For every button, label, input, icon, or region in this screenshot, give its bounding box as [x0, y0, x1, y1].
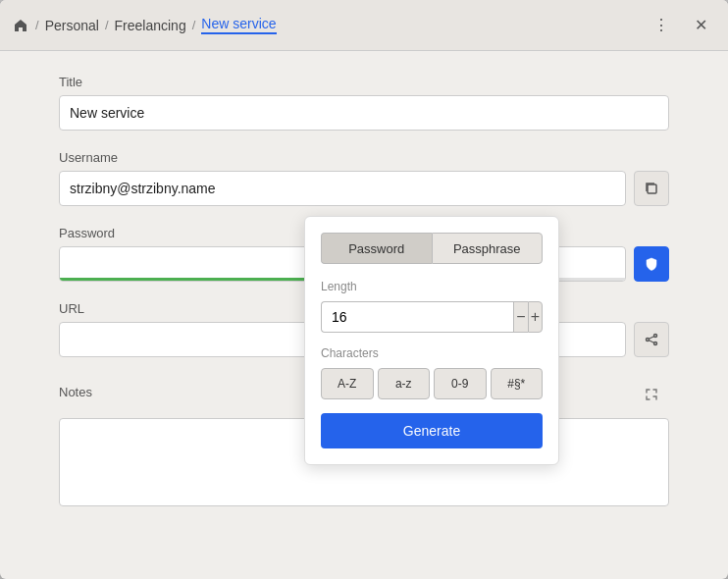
svg-point-1 — [654, 335, 657, 338]
length-control: − + — [321, 301, 543, 333]
generate-button[interactable]: Generate — [321, 413, 543, 448]
svg-point-3 — [654, 342, 657, 345]
username-field-group: Username — [59, 150, 669, 206]
char-uppercase-button[interactable]: A-Z — [321, 368, 374, 399]
char-lowercase-button[interactable]: a-z — [378, 368, 431, 399]
title-field-group: Title — [59, 75, 669, 131]
titlebar-actions: ⋮ ✕ — [646, 10, 716, 41]
title-input[interactable] — [59, 95, 669, 131]
svg-line-5 — [649, 341, 653, 342]
breadcrumb: / Personal / Freelancing / New service — [12, 16, 646, 34]
copy-username-button[interactable] — [634, 171, 669, 206]
notes-label: Notes — [59, 385, 92, 399]
breadcrumb-sep-2: / — [105, 18, 109, 32]
characters-label: Characters — [321, 346, 543, 360]
decrement-button[interactable]: − — [513, 301, 528, 333]
svg-line-4 — [649, 337, 653, 339]
username-label: Username — [59, 150, 669, 165]
breadcrumb-sep-1: / — [35, 18, 39, 32]
breadcrumb-current: New service — [201, 16, 276, 34]
svg-point-2 — [647, 339, 650, 342]
tab-password[interactable]: Password — [321, 233, 432, 264]
expand-notes-button[interactable] — [634, 377, 669, 412]
username-row — [59, 171, 669, 206]
char-digits-button[interactable]: 0-9 — [434, 368, 487, 399]
titlebar: / Personal / Freelancing / New service ⋮… — [0, 0, 728, 51]
popup-tabs: Password Passphrase — [321, 233, 543, 264]
breadcrumb-sep-3: / — [192, 18, 196, 32]
username-input[interactable] — [59, 171, 626, 206]
char-options: A-Z a-z 0-9 #§* — [321, 368, 543, 399]
char-symbols-button[interactable]: #§* — [491, 368, 544, 399]
svg-rect-0 — [648, 184, 656, 193]
tab-passphrase[interactable]: Passphrase — [432, 233, 544, 264]
breadcrumb-personal[interactable]: Personal — [45, 18, 99, 33]
password-generator-popup: Password Passphrase Length − + Character… — [304, 216, 559, 465]
length-label: Length — [321, 280, 543, 293]
more-button[interactable]: ⋮ — [646, 10, 677, 41]
increment-button[interactable]: + — [528, 301, 543, 333]
length-input[interactable] — [321, 301, 513, 333]
content-area: Title Username Password — [0, 51, 728, 579]
title-label: Title — [59, 75, 669, 89]
app-window: / Personal / Freelancing / New service ⋮… — [0, 0, 728, 579]
share-url-button[interactable] — [634, 322, 669, 357]
home-icon[interactable] — [12, 17, 29, 34]
generate-password-button[interactable] — [634, 246, 669, 282]
breadcrumb-freelancing[interactable]: Freelancing — [115, 18, 186, 33]
close-button[interactable]: ✕ — [685, 10, 716, 41]
